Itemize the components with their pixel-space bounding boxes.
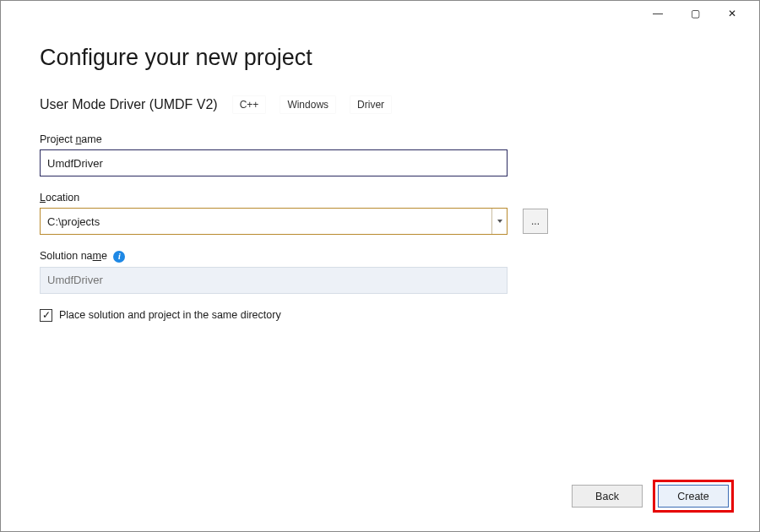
- project-name-input[interactable]: [40, 149, 508, 176]
- titlebar: — ▢ ✕: [1, 1, 759, 26]
- project-name-label: Project name: [40, 133, 720, 145]
- info-icon[interactable]: i: [113, 251, 125, 263]
- maximize-button[interactable]: ▢: [676, 2, 714, 25]
- same-directory-checkbox-row[interactable]: ✓ Place solution and project in the same…: [40, 309, 720, 322]
- same-directory-checkbox[interactable]: ✓: [40, 309, 52, 322]
- close-button[interactable]: ✕: [714, 2, 751, 25]
- solution-name-label: Solution name i: [40, 250, 720, 263]
- location-combobox[interactable]: [40, 208, 508, 235]
- tag-platform: Windows: [280, 96, 335, 113]
- location-label: Location: [40, 192, 720, 204]
- template-name: User Mode Driver (UMDF V2): [40, 97, 218, 112]
- dialog-window: — ▢ ✕ Configure your new project User Mo…: [0, 0, 760, 532]
- same-directory-label: Place solution and project in the same d…: [59, 309, 281, 321]
- tag-language: C++: [233, 96, 266, 113]
- location-dropdown-button[interactable]: [491, 209, 507, 234]
- create-button[interactable]: Create: [658, 485, 729, 508]
- create-highlight: Create: [653, 480, 734, 513]
- chevron-down-icon: [497, 220, 502, 223]
- back-button[interactable]: Back: [572, 485, 643, 508]
- minimize-button[interactable]: —: [639, 2, 676, 25]
- tag-type: Driver: [350, 96, 391, 113]
- template-row: User Mode Driver (UMDF V2) C++ Windows D…: [40, 96, 720, 113]
- solution-name-input: [40, 267, 508, 294]
- footer-buttons: Back Create: [572, 480, 734, 513]
- location-input[interactable]: [41, 209, 491, 234]
- page-title: Configure your new project: [40, 45, 720, 71]
- browse-button[interactable]: ...: [523, 209, 548, 234]
